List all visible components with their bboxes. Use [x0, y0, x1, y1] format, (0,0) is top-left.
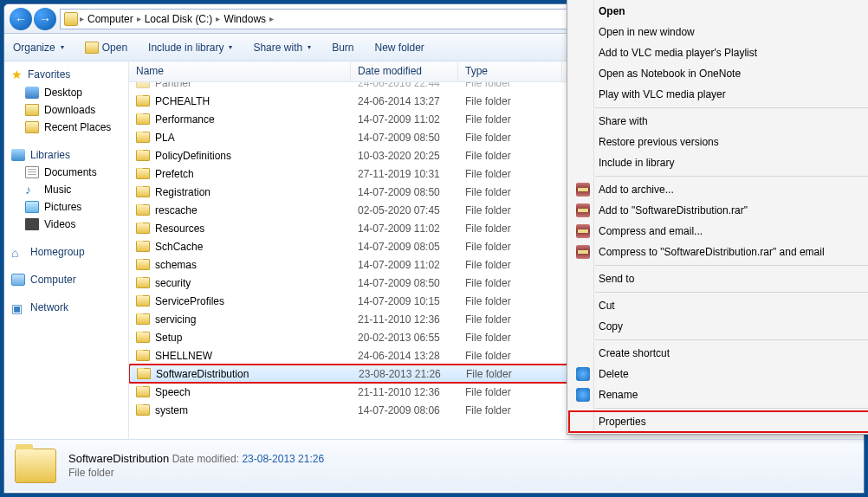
file-name: SchCache: [155, 241, 203, 253]
open-folder-icon: [85, 42, 99, 54]
organize-menu[interactable]: Organize: [13, 42, 64, 54]
sidebar-videos[interactable]: Videos: [4, 216, 128, 233]
file-date: 10-03-2020 20:25: [351, 150, 458, 162]
folder-icon: [136, 186, 150, 197]
file-date: 27-11-2019 10:31: [351, 168, 458, 180]
ctx-properties[interactable]: Properties: [569, 411, 868, 432]
file-date: 14-07-2009 08:50: [351, 132, 458, 144]
folder-icon: [136, 82, 150, 88]
file-date: 20-02-2013 06:55: [351, 332, 458, 344]
rar-icon: [576, 245, 590, 259]
file-type: File folder: [458, 95, 562, 107]
ctx-vlc-playlist[interactable]: Add to VLC media player's Playlist: [569, 42, 868, 63]
breadcrumb-computer[interactable]: Computer: [86, 13, 135, 25]
file-date: 14-07-2009 08:05: [351, 241, 458, 253]
new-folder-button[interactable]: New folder: [375, 42, 424, 54]
column-type[interactable]: Type: [458, 61, 562, 81]
sidebar-documents[interactable]: Documents: [4, 164, 128, 181]
ctx-add-archive[interactable]: Add to archive...: [569, 179, 868, 200]
ctx-restore-versions[interactable]: Restore previous versions: [569, 132, 868, 152]
sidebar-desktop[interactable]: Desktop: [4, 84, 128, 101]
file-type: File folder: [458, 204, 562, 216]
column-date[interactable]: Date modified: [351, 61, 458, 81]
ctx-delete[interactable]: Delete: [569, 364, 868, 384]
navigation-sidebar: ★Favorites Desktop Downloads Recent Plac…: [4, 61, 129, 439]
ctx-copy[interactable]: Copy: [569, 316, 868, 337]
shield-icon: [576, 367, 590, 381]
file-date: 14-07-2009 11:02: [351, 113, 458, 126]
file-date: 14-07-2009 11:02: [351, 223, 458, 235]
file-type: File folder: [458, 313, 562, 326]
sidebar-favorites[interactable]: ★Favorites: [4, 65, 128, 84]
sidebar-pictures[interactable]: Pictures: [4, 198, 128, 216]
column-name[interactable]: Name: [129, 61, 351, 81]
homegroup-icon: ⌂: [11, 246, 25, 258]
file-type: File folder: [458, 332, 562, 344]
sidebar-recent[interactable]: Recent Places: [4, 119, 128, 136]
file-name: rescache: [155, 204, 198, 216]
ctx-cut[interactable]: Cut: [569, 295, 868, 316]
details-pane: SoftwareDistribution Date modified: 23-0…: [4, 439, 864, 491]
breadcrumb-drive[interactable]: Local Disk (C:): [143, 13, 215, 25]
forward-button[interactable]: →: [34, 8, 56, 30]
folder-icon: [136, 313, 150, 325]
sidebar-music[interactable]: ♪Music: [4, 181, 128, 198]
folder-icon: [137, 368, 151, 379]
sidebar-computer[interactable]: Computer: [4, 271, 128, 288]
breadcrumb-folder[interactable]: Windows: [222, 13, 268, 25]
file-date: 21-11-2010 12:36: [351, 386, 458, 398]
ctx-share-with[interactable]: Share with: [569, 111, 868, 132]
ctx-rename[interactable]: Rename: [569, 384, 868, 405]
folder-icon: [136, 350, 150, 361]
file-type: File folder: [458, 223, 562, 235]
burn-button[interactable]: Burn: [332, 42, 353, 54]
share-with-menu[interactable]: Share with: [253, 42, 311, 54]
details-name: SoftwareDistribution: [68, 452, 169, 465]
ctx-vlc-play[interactable]: Play with VLC media player: [569, 84, 868, 105]
computer-icon: [11, 274, 25, 286]
back-button[interactable]: ←: [10, 8, 32, 30]
file-name: Performance: [155, 113, 215, 126]
file-name: PolicyDefinitions: [155, 150, 231, 162]
ctx-onenote[interactable]: Open as Notebook in OneNote: [569, 63, 868, 84]
file-type: File folder: [458, 259, 562, 271]
rar-icon: [576, 183, 590, 197]
ctx-compress-email[interactable]: Compress and email...: [569, 221, 868, 242]
ctx-send-to[interactable]: Send to: [569, 268, 868, 289]
folder-icon: [136, 95, 150, 106]
file-type: File folder: [458, 82, 562, 89]
file-name: SHELLNEW: [155, 350, 212, 362]
file-name: ServiceProfiles: [155, 295, 224, 307]
file-name: Setup: [155, 332, 182, 344]
ctx-add-rar[interactable]: Add to "SoftwareDistribution.rar": [569, 200, 868, 221]
folder-icon: [136, 204, 150, 216]
sidebar-network[interactable]: ▣Network: [4, 299, 128, 316]
file-name: schemas: [155, 259, 197, 271]
file-date: 24-06-2014 13:28: [351, 350, 458, 362]
ctx-compress-email-rar[interactable]: Compress to "SoftwareDistribution.rar" a…: [569, 242, 868, 262]
ctx-create-shortcut[interactable]: Create shortcut: [569, 343, 868, 364]
ctx-open-new-window[interactable]: Open in new window: [569, 22, 868, 42]
sidebar-homegroup[interactable]: ⌂Homegroup: [4, 243, 128, 261]
include-library-menu[interactable]: Include in library: [148, 42, 232, 54]
ctx-open[interactable]: Open: [569, 1, 868, 22]
folder-icon: [136, 223, 150, 234]
videos-icon: [25, 218, 39, 230]
file-name: Speech: [155, 386, 191, 398]
file-type: File folder: [458, 295, 562, 307]
ctx-include-library[interactable]: Include in library: [569, 152, 868, 173]
sidebar-libraries[interactable]: Libraries: [4, 146, 128, 164]
open-button[interactable]: Open: [85, 42, 127, 54]
details-type: File folder: [68, 467, 114, 479]
sidebar-downloads[interactable]: Downloads: [4, 101, 128, 119]
folder-icon: [136, 295, 150, 307]
file-name: servicing: [155, 313, 196, 326]
file-date: 14-07-2009 08:50: [351, 186, 458, 198]
file-date: 14-07-2009 10:15: [351, 295, 458, 307]
file-date: 24-06-2016 22:44: [351, 82, 458, 89]
file-name: PLA: [155, 132, 175, 144]
file-name: SoftwareDistribution: [156, 368, 249, 380]
folder-icon: [136, 277, 150, 288]
folder-icon: [136, 332, 150, 343]
file-name: PCHEALTH: [155, 95, 210, 107]
